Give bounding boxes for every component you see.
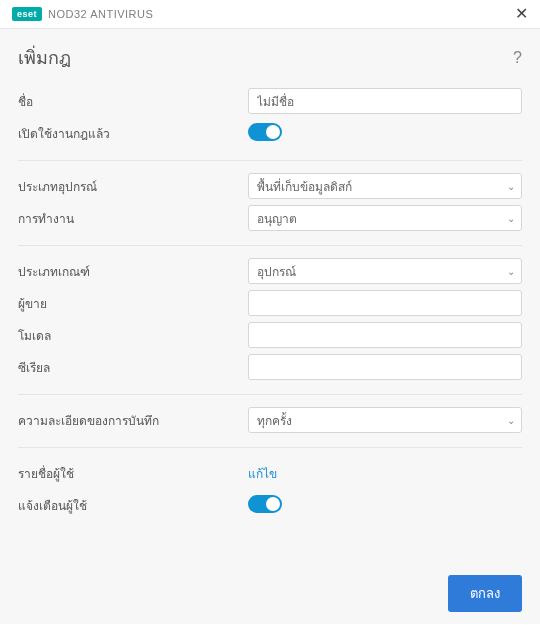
- action-select[interactable]: อนุญาต ⌄: [248, 205, 522, 231]
- footer: ตกลง: [18, 565, 522, 612]
- device-type-select[interactable]: พื้นที่เก็บข้อมูลดิสก์ ⌄: [248, 173, 522, 199]
- row-enabled: เปิดใช้งานกฎแล้ว: [18, 118, 522, 148]
- brand-name: NOD32 ANTIVIRUS: [48, 8, 153, 20]
- divider: [18, 394, 522, 395]
- row-vendor: ผู้ขาย: [18, 288, 522, 318]
- chevron-down-icon: ⌄: [507, 266, 515, 277]
- brand-badge: eset: [12, 7, 42, 21]
- vendor-input[interactable]: [248, 290, 522, 316]
- row-user-list: รายชื่อผู้ใช้ แก้ไข: [18, 458, 522, 488]
- row-name: ชื่อ: [18, 86, 522, 116]
- divider: [18, 160, 522, 161]
- content: เพิ่มกฎ ? ชื่อ เปิดใช้งานกฎแล้ว ประเภทอุ…: [0, 29, 540, 624]
- label-user-list: รายชื่อผู้ใช้: [18, 464, 248, 483]
- log-severity-select[interactable]: ทุกครั้ง ⌄: [248, 407, 522, 433]
- serial-input[interactable]: [248, 354, 522, 380]
- edit-user-list-link[interactable]: แก้ไข: [248, 467, 277, 481]
- chevron-down-icon: ⌄: [507, 213, 515, 224]
- close-icon[interactable]: ✕: [515, 6, 528, 22]
- label-criteria-type: ประเภทเกณฑ์: [18, 262, 248, 281]
- label-vendor: ผู้ขาย: [18, 294, 248, 313]
- row-action: การทำงาน อนุญาต ⌄: [18, 203, 522, 233]
- label-log-severity: ความละเอียดของการบันทึก: [18, 411, 248, 430]
- criteria-type-select[interactable]: อุปกรณ์ ⌄: [248, 258, 522, 284]
- header-row: เพิ่มกฎ ?: [18, 43, 522, 72]
- log-severity-value: ทุกครั้ง: [257, 411, 292, 430]
- notify-toggle[interactable]: [248, 495, 282, 513]
- help-icon[interactable]: ?: [513, 49, 522, 67]
- enabled-toggle[interactable]: [248, 123, 282, 141]
- ok-button[interactable]: ตกลง: [448, 575, 522, 612]
- row-serial: ซีเรียล: [18, 352, 522, 382]
- label-model: โมเดล: [18, 326, 248, 345]
- label-serial: ซีเรียล: [18, 358, 248, 377]
- label-notify: แจ้งเตือนผู้ใช้: [18, 496, 248, 515]
- row-criteria-type: ประเภทเกณฑ์ อุปกรณ์ ⌄: [18, 256, 522, 286]
- row-notify: แจ้งเตือนผู้ใช้: [18, 490, 522, 520]
- model-input[interactable]: [248, 322, 522, 348]
- form: ชื่อ เปิดใช้งานกฎแล้ว ประเภทอุปกรณ์ พื้น…: [18, 86, 522, 565]
- page-title: เพิ่มกฎ: [18, 43, 71, 72]
- divider: [18, 447, 522, 448]
- criteria-type-value: อุปกรณ์: [257, 262, 296, 281]
- label-device-type: ประเภทอุปกรณ์: [18, 177, 248, 196]
- label-enabled: เปิดใช้งานกฎแล้ว: [18, 124, 248, 143]
- device-type-value: พื้นที่เก็บข้อมูลดิสก์: [257, 177, 352, 196]
- name-input[interactable]: [248, 88, 522, 114]
- label-name: ชื่อ: [18, 92, 248, 111]
- chevron-down-icon: ⌄: [507, 181, 515, 192]
- row-model: โมเดล: [18, 320, 522, 350]
- row-device-type: ประเภทอุปกรณ์ พื้นที่เก็บข้อมูลดิสก์ ⌄: [18, 171, 522, 201]
- brand: eset NOD32 ANTIVIRUS: [12, 7, 153, 21]
- divider: [18, 245, 522, 246]
- row-log-severity: ความละเอียดของการบันทึก ทุกครั้ง ⌄: [18, 405, 522, 435]
- title-bar: eset NOD32 ANTIVIRUS ✕: [0, 0, 540, 29]
- label-action: การทำงาน: [18, 209, 248, 228]
- chevron-down-icon: ⌄: [507, 415, 515, 426]
- action-value: อนุญาต: [257, 209, 297, 228]
